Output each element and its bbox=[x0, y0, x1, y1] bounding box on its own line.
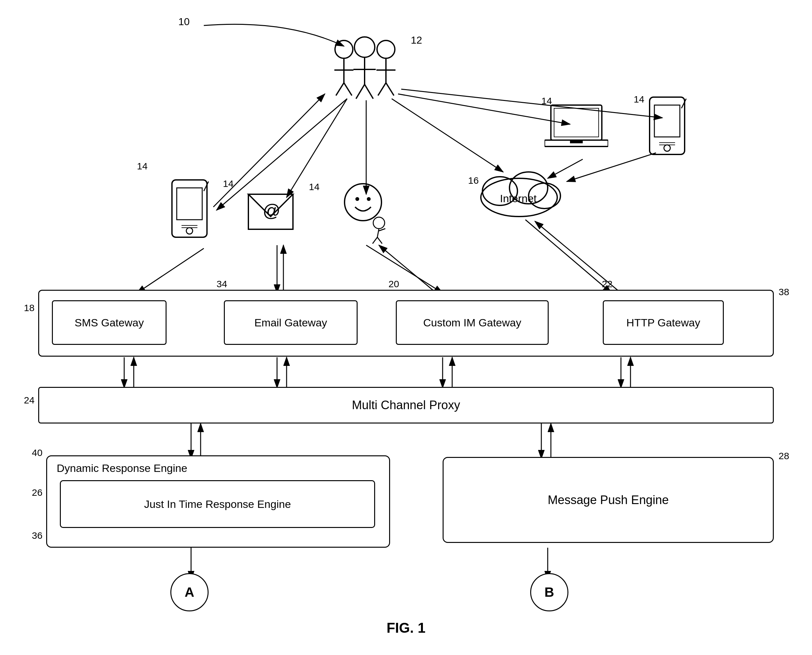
svg-point-34 bbox=[335, 40, 353, 58]
people-icon bbox=[325, 32, 404, 102]
ref24-label: 24 bbox=[24, 395, 34, 406]
svg-point-60 bbox=[367, 197, 371, 201]
svg-line-11 bbox=[379, 245, 436, 293]
svg-line-64 bbox=[372, 237, 377, 244]
figure-label: FIG. 1 bbox=[387, 620, 425, 636]
svg-line-18 bbox=[567, 153, 656, 181]
ref26-label: 26 bbox=[32, 487, 42, 498]
right-phone-icon bbox=[646, 95, 688, 159]
ref14-5-label: 14 bbox=[634, 94, 644, 105]
svg-line-43 bbox=[364, 85, 373, 99]
circle-b: B bbox=[530, 573, 568, 611]
svg-line-47 bbox=[378, 83, 386, 95]
svg-point-51 bbox=[186, 228, 193, 234]
svg-rect-71 bbox=[551, 105, 602, 140]
ref40-label: 40 bbox=[32, 447, 42, 458]
email-gateway-box: Email Gateway bbox=[224, 300, 358, 345]
svg-line-54 bbox=[204, 181, 209, 191]
svg-point-58 bbox=[344, 184, 381, 221]
ref14-2-label: 14 bbox=[223, 178, 234, 189]
multi-channel-proxy-box: Multi Channel Proxy bbox=[38, 387, 774, 423]
svg-line-5 bbox=[137, 248, 204, 293]
svg-text:Internet: Internet bbox=[500, 192, 537, 204]
svg-point-39 bbox=[354, 37, 375, 57]
sms-gateway-box: SMS Gateway bbox=[52, 300, 166, 345]
ref36-label: 36 bbox=[32, 530, 42, 541]
ref14-4-label: 14 bbox=[541, 95, 552, 106]
custom-im-gateway-box: Custom IM Gateway bbox=[396, 300, 549, 345]
svg-rect-74 bbox=[570, 140, 583, 143]
laptop-icon bbox=[544, 102, 608, 153]
ref28-label: 28 bbox=[778, 451, 789, 461]
message-push-engine-box: Message Push Engine bbox=[443, 457, 774, 543]
svg-line-38 bbox=[344, 83, 352, 95]
svg-line-17 bbox=[401, 89, 662, 118]
ref12-label: 12 bbox=[411, 34, 422, 46]
svg-line-65 bbox=[377, 237, 382, 244]
circle-a: A bbox=[170, 573, 209, 611]
ref18-label: 18 bbox=[24, 303, 34, 313]
svg-line-48 bbox=[386, 83, 394, 95]
ref10-label: 10 bbox=[178, 16, 190, 28]
svg-rect-72 bbox=[554, 108, 599, 137]
ref16-label: 16 bbox=[468, 175, 478, 186]
im-icon bbox=[338, 181, 395, 245]
ref38-label: 38 bbox=[778, 287, 789, 297]
svg-rect-76 bbox=[654, 105, 680, 137]
email-icon: @ bbox=[245, 181, 296, 239]
svg-point-59 bbox=[355, 197, 359, 201]
ref20-label: 20 bbox=[389, 278, 399, 289]
svg-line-80 bbox=[681, 99, 686, 108]
dynamic-response-outer-box: Dynamic Response Engine Just In Time Res… bbox=[46, 455, 390, 548]
svg-line-13 bbox=[525, 220, 611, 293]
svg-line-42 bbox=[356, 85, 364, 99]
svg-point-77 bbox=[664, 145, 670, 151]
http-gateway-box: HTTP Gateway bbox=[603, 300, 724, 345]
svg-line-10 bbox=[366, 245, 443, 293]
svg-line-37 bbox=[336, 83, 344, 95]
ref14-3-label: 14 bbox=[309, 181, 319, 192]
sms-phone-icon bbox=[169, 178, 210, 242]
dynamic-response-label: Dynamic Response Engine bbox=[57, 462, 187, 474]
svg-point-44 bbox=[377, 40, 395, 58]
ref34-label: 34 bbox=[217, 278, 227, 289]
ref22-label: 22 bbox=[602, 278, 612, 289]
just-in-time-box: Just In Time Response Engine bbox=[60, 480, 375, 528]
svg-line-62 bbox=[377, 229, 379, 237]
svg-rect-50 bbox=[177, 188, 202, 220]
gateway-row-box: SMS Gateway Email Gateway Custom IM Gate… bbox=[38, 290, 774, 357]
internet-cloud: Internet bbox=[474, 159, 564, 223]
svg-point-61 bbox=[373, 217, 384, 229]
svg-text:@: @ bbox=[263, 201, 280, 220]
ref14-1-label: 14 bbox=[137, 161, 148, 172]
